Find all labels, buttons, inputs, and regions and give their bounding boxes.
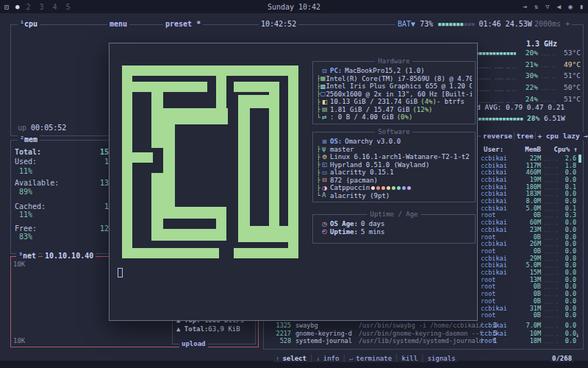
core-temp-value: 51°C	[557, 95, 581, 103]
mem-row-label: Available:13	[15, 179, 109, 187]
fastfetch-row: └Aalacritty (9pt)	[317, 192, 472, 200]
wm-icon: ◱	[322, 161, 330, 168]
proc-cpu: 0.0	[562, 311, 576, 319]
preset-button[interactable]: preset *	[163, 20, 203, 28]
tree-connector: ├	[317, 106, 322, 113]
process-row[interactable]: root0B⣀⣀⡀⣀0.0	[481, 311, 578, 319]
net-scale-top: 10K	[13, 261, 25, 268]
process-row[interactable]: ccbikai5.0M⣀⣀⡀⣀0.0	[481, 262, 578, 269]
process-row[interactable]: root0B⣀⣀⡀⣀0.0	[481, 233, 578, 241]
process-row[interactable]: ccbikai180M⣀⣀⡀⣀0.1	[481, 183, 578, 191]
fastfetch-window[interactable]: Hardware⊡PC:MacBookPro15,2 (1.0)├▦Intel(…	[109, 43, 478, 321]
net-address[interactable]: 10.10.10.40	[43, 252, 96, 260]
gpu-icon: ▩	[320, 83, 326, 90]
process-row[interactable]: ccbikai7.0M⣀⣀⡀⣀0.0	[481, 322, 578, 329]
core-temp-value: 53°C	[557, 49, 581, 57]
process-row[interactable]: ccbikai19M⣀⣀⡀⣀0.0	[481, 176, 578, 183]
proc-cpu: 0.0	[562, 269, 576, 276]
process-row[interactable]: ccbikai23M⣀⣀⡀⣀0.0	[481, 226, 578, 233]
process-row[interactable]: root0B⣀⣀⡀⣀0.3	[481, 212, 578, 219]
process-row[interactable]: ccbikai5.0M⣀⣀⡀⣀0.1	[481, 205, 578, 212]
process-row-detail[interactable]: 2217gnome-keyring-d/usr/bin/gnome-keyrin…	[270, 330, 497, 337]
process-row[interactable]: ccbikai31M⣀⣀⡀⣀0.0	[481, 305, 578, 312]
proc-header-cpu[interactable]: Cpu% ↑	[541, 146, 578, 153]
color-swatch	[392, 186, 395, 190]
volume-icon[interactable]: ◀	[557, 3, 561, 10]
proc-cpu-graph: ⣀⣀⡀⣀	[541, 163, 562, 169]
hotkey-kill[interactable]: kill	[402, 355, 418, 362]
logout-icon[interactable]: ⇥	[523, 3, 526, 10]
proc-command: /usr/lib/systemd/systemd-journald	[359, 337, 490, 344]
core-temp-graph: ⢀⣀⡀⣀	[538, 49, 557, 56]
process-row[interactable]: ccbikai183M⣀⣀⡀⣀0.0	[481, 191, 578, 198]
process-row[interactable]: root18M⣀⣀⡀⣀0.0	[481, 338, 578, 345]
tree-connector: ├	[317, 146, 322, 152]
mem-label-text: Total:	[15, 148, 41, 156]
proc-header-mem[interactable]: MemB	[516, 146, 541, 153]
process-row[interactable]: root0B⣀⣀⡀⣀0.0	[481, 297, 578, 305]
proc-cpu: 0.3	[562, 211, 576, 219]
tree-connector: ├	[317, 169, 322, 176]
proc-user: root	[481, 311, 516, 319]
sort-column-button[interactable]: + cpu lazy →	[537, 132, 588, 140]
process-row[interactable]: root0B⣀⣀⡀⣀0.0	[481, 283, 578, 291]
proc-scrollbar[interactable]	[578, 155, 581, 163]
hotkey-signals[interactable]: signals	[428, 355, 456, 362]
proc-cpu: 0.1	[562, 183, 576, 191]
settings-icon[interactable]: ◉	[568, 3, 572, 10]
process-row[interactable]: ccbikai29M⣀⣀⡀⣀0.0	[481, 255, 578, 262]
wifi-icon[interactable]: ▽	[545, 3, 549, 10]
row-text: 872 (pacman)	[330, 177, 378, 184]
core-usage-value: 30%	[516, 71, 538, 79]
ports-icon[interactable]: ⇅	[534, 3, 538, 10]
fastfetch-row: ├◧10.13 GiB / 231.74 GiB(4%) - btrfs	[317, 98, 472, 106]
section-rows: ◷OS Age:0 days◴Uptime:5 mins	[313, 215, 475, 236]
process-row[interactable]: root0B⣀⣀⡀⣀0.0	[481, 247, 578, 255]
proc-user: ccbikai	[481, 226, 516, 233]
hotkey-terminate[interactable]: terminate	[356, 355, 392, 362]
process-row-detail[interactable]: 1325swaybg/usr/bin/swaybg -i /home/ccbik…	[270, 322, 497, 329]
process-row[interactable]: ccbikai8.0M⣀⣀⡀⣀0.0	[481, 197, 578, 205]
proc-program: gnome-keyring-d	[291, 330, 359, 337]
process-row[interactable]: ccbikai460M⣀⣀⡀⣀0.0	[481, 169, 578, 176]
proc-header-user[interactable]: User:	[484, 146, 503, 153]
proc-cpu: 0.0	[562, 226, 576, 233]
hotkey-info[interactable]: info	[323, 355, 340, 362]
process-row[interactable]: ccbikai22M⣀⣀⡀⣀2.6	[481, 155, 578, 162]
proc-cpu-graph: ⣀⣀⡀⣀	[541, 169, 562, 175]
scroll-down-arrow[interactable]: ↓	[576, 331, 579, 339]
proc-program: swaybg	[291, 322, 359, 329]
tree-view-button[interactable]: tree	[517, 132, 534, 140]
battery-icon[interactable]: ▮	[580, 3, 584, 10]
row-text: : 0 B / 4.00 GiB	[330, 113, 394, 121]
update-interval[interactable]: 2000ms +	[532, 20, 572, 28]
sort-reverse-button[interactable]: reverse	[483, 132, 512, 140]
process-row[interactable]: ccbikai10M⣀⣀⡀⣀0.0	[481, 330, 578, 337]
mem-label-text: Available:	[15, 179, 59, 187]
mem-percent: 89%	[19, 188, 32, 196]
row-label: OS Age:	[330, 220, 358, 227]
proc-footer-hints: ↑select│↓info│↵terminate│kill│signals	[273, 355, 458, 362]
process-row[interactable]: root13M⣀⣀⡀⣀0.0	[481, 276, 578, 283]
clock[interactable]: Sunday 10:42	[0, 3, 588, 11]
kernel-icon: ⚙	[322, 154, 330, 160]
process-row[interactable]: ccbikai26M⣀⣀⡀⣀0.0	[481, 240, 578, 247]
fastfetch-row: ◴Uptime:5 mins	[317, 228, 472, 236]
disk-icon: ◧	[322, 99, 330, 105]
row-text: Catppuccin	[330, 184, 370, 191]
net-upload-tab[interactable]: upload	[179, 340, 208, 347]
proc-user: ccbikai	[481, 155, 516, 162]
process-row[interactable]: ccbikai15M⣀⣀⡀⣀0.0	[481, 269, 578, 276]
proc-user: root	[481, 283, 516, 290]
process-row[interactable]: ccbikai60M⣀⣀⡀⣀0.0	[481, 219, 578, 226]
process-row-detail[interactable]: 528systemd-journal/usr/lib/systemd/syste…	[270, 338, 497, 345]
hotkey-select[interactable]: select	[282, 355, 306, 362]
proc-mem: 13M	[516, 276, 541, 283]
git-branch-icon: ψ	[322, 146, 330, 152]
menu-button[interactable]: menu	[107, 20, 129, 28]
process-row[interactable]: ccbikai117M⣀⣀⡀⣀1.8	[481, 162, 578, 169]
uptime: up 00:05:52	[18, 124, 66, 132]
cpu-icon: ▦	[320, 75, 326, 82]
process-row[interactable]: root0B⣀⣀⡀⣀0.0	[481, 290, 578, 297]
row-text: 0 days	[361, 220, 385, 227]
